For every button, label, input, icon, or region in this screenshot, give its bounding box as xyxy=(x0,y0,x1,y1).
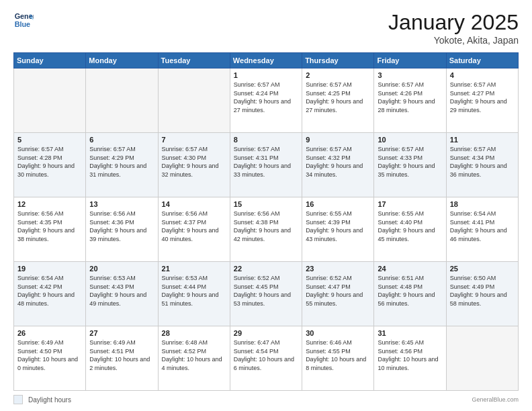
day-number: 7 xyxy=(162,136,226,144)
day-info: Sunrise: 6:47 AM Sunset: 4:54 PM Dayligh… xyxy=(234,338,298,372)
day-cell: 1Sunrise: 6:57 AM Sunset: 4:24 PM Daylig… xyxy=(230,68,302,133)
day-info: Sunrise: 6:57 AM Sunset: 4:28 PM Dayligh… xyxy=(17,145,82,179)
day-info: Sunrise: 6:52 AM Sunset: 4:47 PM Dayligh… xyxy=(306,274,370,308)
day-cell: 18Sunrise: 6:54 AM Sunset: 4:41 PM Dayli… xyxy=(446,197,518,262)
day-number: 15 xyxy=(234,200,298,208)
day-info: Sunrise: 6:57 AM Sunset: 4:29 PM Dayligh… xyxy=(89,145,154,179)
logo-icon: General Blue xyxy=(13,10,34,30)
day-number: 6 xyxy=(89,136,154,144)
header-row: SundayMondayTuesdayWednesdayThursdayFrid… xyxy=(14,53,519,68)
day-cell: 2Sunrise: 6:57 AM Sunset: 4:25 PM Daylig… xyxy=(302,68,374,133)
day-cell: 23Sunrise: 6:52 AM Sunset: 4:47 PM Dayli… xyxy=(302,262,374,326)
page: General Blue January 2025 Yokote, Akita,… xyxy=(0,0,532,411)
day-number: 8 xyxy=(234,136,298,144)
day-info: Sunrise: 6:56 AM Sunset: 4:36 PM Dayligh… xyxy=(89,210,154,243)
day-cell: 25Sunrise: 6:50 AM Sunset: 4:49 PM Dayli… xyxy=(446,262,518,326)
day-info: Sunrise: 6:57 AM Sunset: 4:31 PM Dayligh… xyxy=(234,145,298,179)
day-number: 29 xyxy=(234,329,298,337)
day-number: 14 xyxy=(162,200,226,208)
week-row-3: 12Sunrise: 6:56 AM Sunset: 4:35 PM Dayli… xyxy=(14,197,519,262)
day-number: 4 xyxy=(450,71,515,79)
day-cell: 20Sunrise: 6:53 AM Sunset: 4:43 PM Dayli… xyxy=(86,262,158,326)
location-subtitle: Yokote, Akita, Japan xyxy=(388,35,519,46)
day-number: 13 xyxy=(89,200,154,208)
day-number: 12 xyxy=(17,200,82,208)
day-cell: 27Sunrise: 6:49 AM Sunset: 4:51 PM Dayli… xyxy=(86,326,158,391)
footer: Daylight hours GeneralBlue.com xyxy=(13,395,519,404)
day-cell: 13Sunrise: 6:56 AM Sunset: 4:36 PM Dayli… xyxy=(86,197,158,262)
day-info: Sunrise: 6:54 AM Sunset: 4:42 PM Dayligh… xyxy=(17,274,82,308)
day-cell: 14Sunrise: 6:56 AM Sunset: 4:37 PM Dayli… xyxy=(158,197,230,262)
day-info: Sunrise: 6:53 AM Sunset: 4:43 PM Dayligh… xyxy=(89,274,154,308)
day-cell: 7Sunrise: 6:57 AM Sunset: 4:30 PM Daylig… xyxy=(158,133,230,197)
day-info: Sunrise: 6:49 AM Sunset: 4:51 PM Dayligh… xyxy=(89,338,154,372)
col-header-friday: Friday xyxy=(374,53,446,68)
svg-text:Blue: Blue xyxy=(15,20,30,28)
day-number: 2 xyxy=(306,71,370,79)
day-number: 30 xyxy=(306,329,370,337)
day-cell: 9Sunrise: 6:57 AM Sunset: 4:32 PM Daylig… xyxy=(302,133,374,197)
week-row-4: 19Sunrise: 6:54 AM Sunset: 4:42 PM Dayli… xyxy=(14,262,519,326)
day-info: Sunrise: 6:57 AM Sunset: 4:32 PM Dayligh… xyxy=(306,145,370,179)
day-number: 16 xyxy=(306,200,370,208)
day-cell: 11Sunrise: 6:57 AM Sunset: 4:34 PM Dayli… xyxy=(446,133,518,197)
title-block: January 2025 Yokote, Akita, Japan xyxy=(388,10,519,46)
day-cell: 8Sunrise: 6:57 AM Sunset: 4:31 PM Daylig… xyxy=(230,133,302,197)
day-cell: 16Sunrise: 6:55 AM Sunset: 4:39 PM Dayli… xyxy=(302,197,374,262)
day-cell: 10Sunrise: 6:57 AM Sunset: 4:33 PM Dayli… xyxy=(374,133,446,197)
day-number: 17 xyxy=(378,200,442,208)
day-number: 9 xyxy=(306,136,370,144)
day-cell: 26Sunrise: 6:49 AM Sunset: 4:50 PM Dayli… xyxy=(14,326,86,391)
day-info: Sunrise: 6:57 AM Sunset: 4:33 PM Dayligh… xyxy=(378,145,442,179)
day-cell: 5Sunrise: 6:57 AM Sunset: 4:28 PM Daylig… xyxy=(14,133,86,197)
day-number: 27 xyxy=(89,329,154,337)
day-number: 24 xyxy=(378,265,442,273)
day-cell: 17Sunrise: 6:55 AM Sunset: 4:40 PM Dayli… xyxy=(374,197,446,262)
day-cell: 3Sunrise: 6:57 AM Sunset: 4:26 PM Daylig… xyxy=(374,68,446,133)
day-number: 22 xyxy=(234,265,298,273)
day-cell: 29Sunrise: 6:47 AM Sunset: 4:54 PM Dayli… xyxy=(230,326,302,391)
day-number: 28 xyxy=(162,329,226,337)
day-cell xyxy=(446,326,518,391)
day-number: 19 xyxy=(17,265,82,273)
day-cell xyxy=(158,68,230,133)
day-info: Sunrise: 6:57 AM Sunset: 4:27 PM Dayligh… xyxy=(450,81,515,114)
day-number: 5 xyxy=(17,136,82,144)
day-number: 20 xyxy=(89,265,154,273)
day-cell: 19Sunrise: 6:54 AM Sunset: 4:42 PM Dayli… xyxy=(14,262,86,326)
col-header-tuesday: Tuesday xyxy=(158,53,230,68)
logo: General Blue xyxy=(13,10,34,30)
day-number: 1 xyxy=(234,71,298,79)
day-number: 3 xyxy=(378,71,442,79)
day-info: Sunrise: 6:46 AM Sunset: 4:55 PM Dayligh… xyxy=(306,338,370,372)
col-header-monday: Monday xyxy=(86,53,158,68)
col-header-wednesday: Wednesday xyxy=(230,53,302,68)
day-cell: 28Sunrise: 6:48 AM Sunset: 4:52 PM Dayli… xyxy=(158,326,230,391)
day-info: Sunrise: 6:54 AM Sunset: 4:41 PM Dayligh… xyxy=(450,210,515,243)
day-info: Sunrise: 6:55 AM Sunset: 4:40 PM Dayligh… xyxy=(378,210,442,243)
day-number: 31 xyxy=(378,329,442,337)
day-info: Sunrise: 6:57 AM Sunset: 4:26 PM Dayligh… xyxy=(378,81,442,114)
day-info: Sunrise: 6:45 AM Sunset: 4:56 PM Dayligh… xyxy=(378,338,442,372)
legend-label: Daylight hours xyxy=(28,396,71,404)
day-cell: 21Sunrise: 6:53 AM Sunset: 4:44 PM Dayli… xyxy=(158,262,230,326)
day-number: 21 xyxy=(162,265,226,273)
day-info: Sunrise: 6:52 AM Sunset: 4:45 PM Dayligh… xyxy=(234,274,298,308)
month-title: January 2025 xyxy=(388,10,519,35)
svg-text:General: General xyxy=(15,12,34,20)
day-info: Sunrise: 6:57 AM Sunset: 4:25 PM Dayligh… xyxy=(306,81,370,114)
week-row-1: 1Sunrise: 6:57 AM Sunset: 4:24 PM Daylig… xyxy=(14,68,519,133)
day-info: Sunrise: 6:55 AM Sunset: 4:39 PM Dayligh… xyxy=(306,210,370,243)
week-row-5: 26Sunrise: 6:49 AM Sunset: 4:50 PM Dayli… xyxy=(14,326,519,391)
day-cell: 31Sunrise: 6:45 AM Sunset: 4:56 PM Dayli… xyxy=(374,326,446,391)
week-row-2: 5Sunrise: 6:57 AM Sunset: 4:28 PM Daylig… xyxy=(14,133,519,197)
day-number: 26 xyxy=(17,329,82,337)
day-cell: 30Sunrise: 6:46 AM Sunset: 4:55 PM Dayli… xyxy=(302,326,374,391)
day-info: Sunrise: 6:51 AM Sunset: 4:48 PM Dayligh… xyxy=(378,274,442,308)
day-info: Sunrise: 6:56 AM Sunset: 4:35 PM Dayligh… xyxy=(17,210,82,243)
day-info: Sunrise: 6:56 AM Sunset: 4:38 PM Dayligh… xyxy=(234,210,298,243)
day-cell: 12Sunrise: 6:56 AM Sunset: 4:35 PM Dayli… xyxy=(14,197,86,262)
day-number: 25 xyxy=(450,265,515,273)
day-cell: 22Sunrise: 6:52 AM Sunset: 4:45 PM Dayli… xyxy=(230,262,302,326)
col-header-thursday: Thursday xyxy=(302,53,374,68)
